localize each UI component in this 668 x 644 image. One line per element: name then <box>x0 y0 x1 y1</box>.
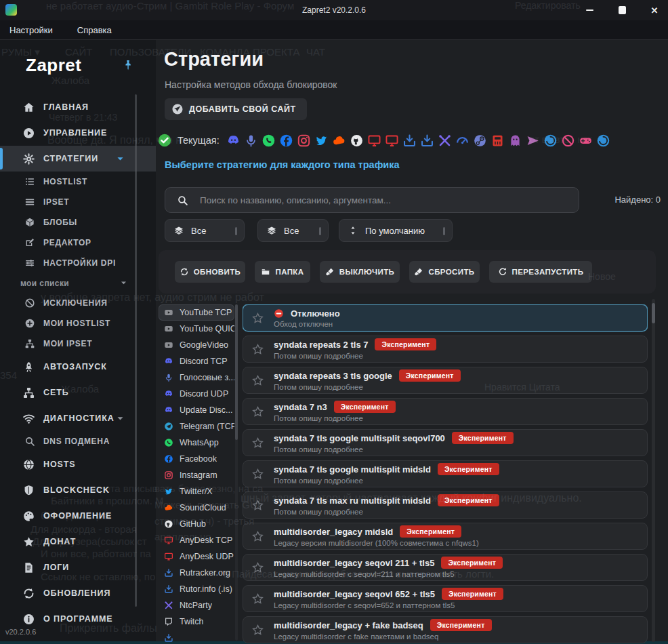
sidebar-item[interactable]: ИСКЛЮЧЕНИЯ <box>0 293 156 313</box>
favorite-star-icon[interactable] <box>251 561 264 574</box>
filter-dropdown-type[interactable]: Все <box>165 219 245 242</box>
service-icon <box>164 357 173 366</box>
favorite-star-icon[interactable] <box>251 468 264 481</box>
sidebar-item-label: АВТОЗАПУСК <box>43 362 107 371</box>
sidebar-item-icon <box>22 613 35 626</box>
strategy-card[interactable]: multidisorder_legacy + fake badseq Экспе… <box>243 616 648 643</box>
service-label: AnyDesk UDP <box>180 552 234 561</box>
favorite-star-icon[interactable] <box>251 530 264 543</box>
strategy-list: Отключено Обход отключен syndata rep <box>243 304 648 643</box>
sidebar-item[interactable]: IPSET <box>0 192 156 212</box>
strategy-card[interactable]: syndata 7 tls google multisplit seqovl70… <box>243 429 648 456</box>
service-status-icon <box>455 134 469 148</box>
sidebar-item[interactable]: МОИ IPSET <box>0 334 156 354</box>
search-box <box>165 187 579 213</box>
strategy-description: Потом опишу подробнее <box>274 414 396 422</box>
service-item[interactable]: NtcParty <box>159 597 234 613</box>
refresh-button[interactable]: ОБНОВИТЬ <box>175 261 245 283</box>
strategy-card[interactable]: multidisorder_legacy seqovl 652 + tls5 Э… <box>243 585 648 612</box>
sidebar-item[interactable]: ГЛАВНАЯ <box>0 94 156 120</box>
sidebar-item[interactable]: BLOCKCHECK <box>0 477 156 503</box>
found-count: Найдено: 0 <box>562 195 661 205</box>
maximize-button[interactable] <box>614 2 630 18</box>
reset-button[interactable]: СБРОСИТЬ <box>409 261 480 283</box>
favorite-star-icon[interactable] <box>251 624 264 637</box>
strategy-card[interactable]: syndata 7 tls max ru multisplit midsld Э… <box>243 491 648 519</box>
add-site-button[interactable]: ДОБАВИТЬ СВОЙ САЙТ <box>165 98 307 120</box>
strategy-card[interactable]: syndata repeats 3 tls google Эксперимент… <box>243 367 648 394</box>
disable-button[interactable]: ВЫКЛЮЧИТЬ <box>320 261 400 283</box>
sidebar-item[interactable]: БЛОБЫ <box>0 212 156 233</box>
service-item[interactable]: AnyDesk TCP <box>159 532 234 548</box>
minimize-button[interactable] <box>581 2 598 18</box>
service-item[interactable]: Discord UDP <box>159 386 234 402</box>
search-input[interactable] <box>199 195 579 206</box>
strategy-card[interactable]: syndata repeats 2 tls 7 Эксперимент Пото… <box>243 336 648 363</box>
strategy-card[interactable]: syndata 7 n3 Эксперимент Потом опишу под… <box>243 398 648 425</box>
sidebar-item[interactable]: НАСТРОЙКИ DPI <box>0 253 156 273</box>
service-item[interactable]: SoundCloud <box>159 500 234 516</box>
strategy-card[interactable]: multidisorder_legacy seqovl 211 + tls5 Э… <box>243 554 648 581</box>
filter-dropdown-category[interactable]: Все <box>257 219 329 242</box>
sidebar-item-label: О ПРОГРАММЕ <box>43 614 113 624</box>
sidebar-item[interactable]: ДИАГНОСТИКА <box>0 405 156 431</box>
menu-settings[interactable]: Настройки <box>9 25 53 35</box>
folder-button[interactable]: ПАПКА <box>255 261 310 283</box>
sidebar-item[interactable]: ДОНАТ <box>0 529 156 555</box>
sidebar-item[interactable]: СЕТЬ <box>0 380 156 405</box>
sidebar-item[interactable]: СТРАТЕГИИ <box>0 146 156 172</box>
service-item[interactable]: Голосовые з... <box>159 369 234 386</box>
restart-button[interactable]: ПЕРЕЗАПУСТИТЬ <box>489 261 592 283</box>
sidebar-item[interactable]: УПРАВЛЕНИЕ <box>0 120 156 146</box>
strategy-card[interactable]: syndata 7 tls google multisplit midsld Э… <box>243 460 648 487</box>
strategy-description: Legacy версия multidisorder (100% совмес… <box>274 539 479 547</box>
sidebar-scrollbar[interactable] <box>135 94 137 607</box>
favorite-star-icon[interactable] <box>251 592 264 605</box>
sidebar-item[interactable]: РЕДАКТОР <box>0 233 156 253</box>
close-button[interactable] <box>646 2 663 18</box>
service-item[interactable]: Facebook <box>159 451 234 467</box>
service-item[interactable]: Discord TCP <box>159 353 234 369</box>
service-item[interactable]: WhatsApp <box>159 435 234 451</box>
service-item[interactable]: Update Disc... <box>159 402 234 418</box>
service-item[interactable]: GitHub <box>159 516 234 532</box>
favorite-star-icon[interactable] <box>251 405 264 418</box>
service-item[interactable] <box>159 630 234 643</box>
filter-dropdown-sort[interactable]: По умолчанию <box>339 219 453 242</box>
sidebar-item[interactable]: HOSTS <box>0 451 156 477</box>
service-item[interactable]: YouTube QUIC <box>159 321 234 337</box>
service-list-scrollbar[interactable] <box>235 304 238 641</box>
strategy-card[interactable]: Отключено Обход отключен <box>243 304 648 331</box>
service-item[interactable]: Twitch <box>159 613 234 630</box>
favorite-star-icon[interactable] <box>251 312 264 325</box>
sidebar-item[interactable]: АВТОЗАПУСК <box>0 354 156 380</box>
service-list: YouTube TCP YouTube QUIC GoogleVideo <box>159 304 234 643</box>
favorite-star-icon[interactable] <box>251 374 264 387</box>
favorite-star-icon[interactable] <box>251 437 264 449</box>
strategy-list-scrollbar[interactable] <box>652 299 655 642</box>
strategy-card[interactable]: multidisorder_legacy midsld Эксперимент … <box>243 523 648 550</box>
service-item[interactable]: AnyDesk UDP <box>159 548 234 565</box>
service-item[interactable]: Rutor.info (.is) <box>159 581 234 597</box>
favorite-star-icon[interactable] <box>251 343 264 356</box>
sidebar-item-label: УПРАВЛЕНИЕ <box>43 128 107 138</box>
pin-icon[interactable] <box>122 59 134 71</box>
brush-icon <box>414 267 423 277</box>
sidebar-item[interactable]: ОБНОВЛЕНИЯ <box>0 580 156 606</box>
sidebar-item[interactable]: МОИ HOSTLIST <box>0 313 156 334</box>
service-item[interactable]: Telegram (TCP) <box>159 418 234 435</box>
service-item[interactable]: Instagram <box>159 467 234 483</box>
sidebar-item[interactable]: мои списки <box>0 273 156 293</box>
service-status-icon <box>596 134 610 148</box>
service-item[interactable]: Rutracker.org <box>159 565 234 581</box>
sidebar-item[interactable]: ЛОГИ <box>0 555 156 580</box>
service-item[interactable]: Twitter/X <box>159 483 234 500</box>
service-item[interactable]: YouTube TCP <box>159 304 234 321</box>
favorite-star-icon[interactable] <box>251 499 264 512</box>
sidebar-item[interactable]: DNS ПОДМЕНА <box>0 431 156 451</box>
sidebar-item[interactable]: ОФОРМЛЕНИЕ <box>0 503 156 529</box>
minimize-icon <box>586 9 593 11</box>
sidebar-item[interactable]: HOSTLIST <box>0 172 156 192</box>
service-item[interactable]: GoogleVideo <box>159 337 234 353</box>
menu-help[interactable]: Справка <box>77 25 112 35</box>
